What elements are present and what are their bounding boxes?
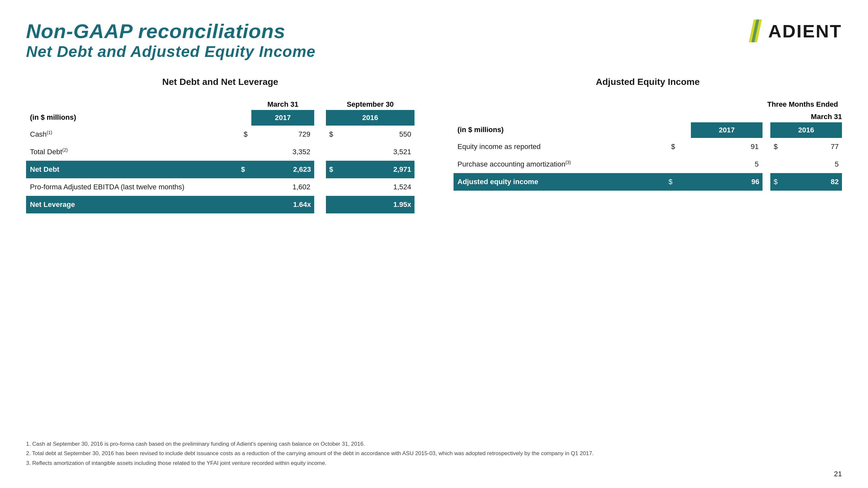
right-row-val2-1: 5 — [776, 160, 839, 168]
left-row-val1-2: 2,623 — [251, 161, 314, 178]
left-row-dollar1-4 — [240, 196, 251, 214]
left-row-dollar1-1 — [240, 143, 251, 161]
footnotes: 1. Cash at September 30, 2016 is pro-for… — [26, 440, 842, 469]
right-march-row: March 31 — [454, 109, 842, 122]
left-table-year-row: (in $ millions) 2017 2016 — [26, 110, 414, 126]
left-table-body: Cash(1) $ 729 $ 550 Total Debt(2) 3,352 — [26, 126, 414, 214]
left-row-val2-3: 1,524 — [331, 183, 411, 191]
left-row-dollar2-2: $ — [329, 165, 333, 174]
left-row-dollar2-0: $ — [329, 130, 333, 139]
left-row-dollar1-2: $ — [240, 161, 251, 178]
left-table-row: Cash(1) $ 729 $ 550 — [26, 126, 414, 143]
right-row-val1-0: 91 — [691, 138, 763, 156]
page-number: 21 — [834, 470, 842, 478]
left-table-row: Net Leverage 1.64x 1.95x — [26, 196, 414, 214]
right-col2-year: 2016 — [770, 122, 842, 138]
left-row-label-1: Total Debt(2) — [26, 143, 240, 161]
left-row-label-4: Net Leverage — [26, 196, 240, 214]
right-col1-year: 2017 — [691, 122, 763, 138]
logo-text: ADIENT — [768, 21, 842, 42]
title-sub: Net Debt and Adjusted Equity Income — [26, 43, 842, 61]
right-section: Adjusted Equity Income Three Months Ende… — [454, 77, 842, 214]
left-row-dollar1-3 — [240, 178, 251, 196]
left-row-val2-4: 1.95x — [331, 200, 411, 209]
right-table-row: Adjusted equity income $ 96 $ 82 — [454, 173, 842, 191]
right-row-label-2: Adjusted equity income — [454, 173, 667, 191]
left-col1-year: 2017 — [251, 110, 314, 126]
right-row-label-0: Equity income as reported — [454, 138, 667, 156]
footnote-2: 2. Total debt at September 30, 2016 has … — [26, 449, 842, 458]
right-table-row: Equity income as reported $ 91 $ 77 — [454, 138, 842, 156]
right-table-year-row: (in $ millions) 2017 2016 — [454, 122, 842, 138]
left-section: Net Debt and Net Leverage March 31 Septe… — [26, 77, 414, 214]
left-in-millions — [26, 97, 240, 110]
footnote-1: 1. Cash at September 30, 2016 is pro-for… — [26, 440, 842, 448]
right-row-label-1: Purchase accounting amortization(3) — [454, 156, 667, 173]
left-row-val1-1: 3,352 — [251, 143, 314, 161]
col1-date-label: March 31 — [251, 97, 314, 110]
right-table: Three Months Ended March 31 (in $ millio… — [454, 97, 842, 191]
left-row-val1-3: 1,602 — [251, 178, 314, 196]
left-row-dollar1-0: $ — [240, 126, 251, 143]
left-row-val1-0: 729 — [251, 126, 314, 143]
footnote-3: 3. Reflects amortization of intangible a… — [26, 459, 842, 467]
left-table-row: Total Debt(2) 3,352 3,521 — [26, 143, 414, 161]
left-section-title: Net Debt and Net Leverage — [26, 77, 414, 87]
right-row-val1-1: 5 — [691, 156, 763, 173]
right-table-row: Purchase accounting amortization(3) 5 5 — [454, 156, 842, 173]
logo: ADIENT — [746, 18, 842, 44]
footnotes-list: 1. Cash at September 30, 2016 is pro-for… — [26, 440, 842, 467]
left-row-val1-4: 1.64x — [251, 196, 314, 214]
three-months-label: Three Months Ended — [691, 97, 842, 109]
left-row-val2-2: 2,971 — [335, 165, 411, 174]
right-row-dollar1-1 — [667, 156, 691, 173]
left-row-label-3: Pro-forma Adjusted EBITDA (last twelve m… — [26, 178, 240, 196]
left-table-row: Net Debt $ 2,623 $ 2,971 — [26, 161, 414, 178]
left-row-label-2: Net Debt — [26, 161, 240, 178]
left-col2-year: 2016 — [326, 110, 414, 126]
col2-date-label: September 30 — [326, 97, 414, 110]
march-31-label: March 31 — [691, 109, 842, 122]
right-row-dollar2-0: $ — [774, 142, 777, 151]
left-table-row: Pro-forma Adjusted EBITDA (last twelve m… — [26, 178, 414, 196]
page-header: Non-GAAP reconciliations Net Debt and Ad… — [26, 20, 842, 61]
left-row-val2-1: 3,521 — [331, 148, 411, 156]
right-row-dollar2-2: $ — [774, 177, 777, 186]
right-row-val2-2: 82 — [779, 177, 839, 186]
left-table-header-row: March 31 September 30 — [26, 97, 414, 110]
content-area: Net Debt and Net Leverage March 31 Septe… — [26, 77, 842, 214]
right-row-val2-0: 77 — [779, 142, 839, 151]
left-in-millions-label: (in $ millions) — [26, 110, 240, 126]
right-in-millions-label: (in $ millions) — [454, 122, 667, 138]
logo-slash-icon — [746, 18, 765, 44]
right-row-dollar1-0: $ — [667, 138, 691, 156]
right-row-val1-2: 96 — [691, 173, 763, 191]
left-row-val2-0: 550 — [335, 130, 411, 139]
right-row-dollar1-2: $ — [667, 173, 691, 191]
right-three-months-row: Three Months Ended — [454, 97, 842, 109]
right-table-body: Equity income as reported $ 91 $ 77 Purc… — [454, 138, 842, 191]
left-row-label-0: Cash(1) — [26, 126, 240, 143]
title-main: Non-GAAP reconciliations — [26, 20, 842, 43]
page: ADIENT Non-GAAP reconciliations Net Debt… — [0, 0, 868, 488]
left-table: March 31 September 30 (in $ millions) 20… — [26, 97, 414, 214]
right-section-title: Adjusted Equity Income — [454, 77, 842, 87]
